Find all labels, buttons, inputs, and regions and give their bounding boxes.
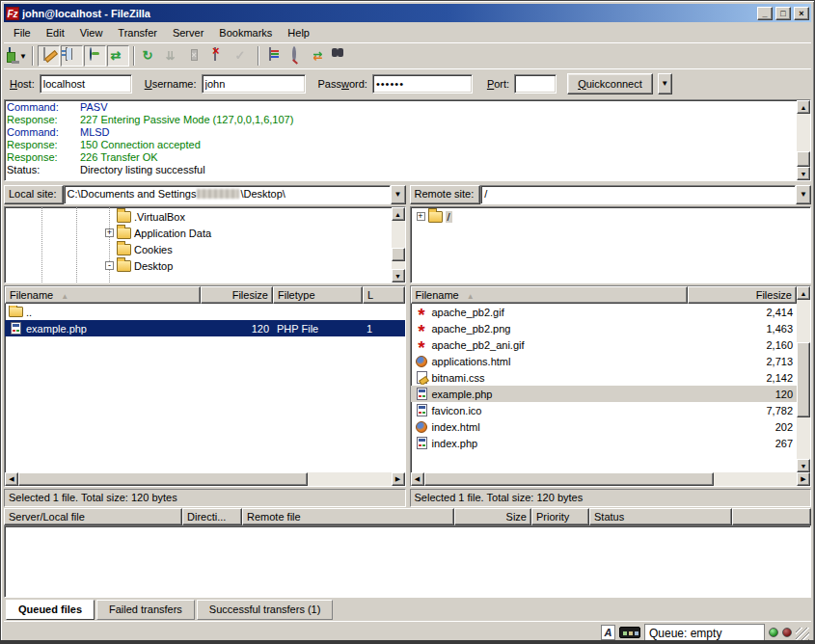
menu-item-view[interactable]: View [72, 25, 111, 40]
collapse-icon[interactable]: - [105, 261, 114, 270]
remote-site-dropdown[interactable]: ▼ [796, 185, 811, 204]
process-queue-button[interactable]: ⇊ [162, 45, 184, 67]
tree-item-virtualbox[interactable]: +.VirtualBox [5, 208, 392, 225]
disconnect-button[interactable] [208, 45, 231, 67]
column-header-filesize[interactable]: Filesize [201, 286, 273, 304]
scroll-right-button[interactable]: ▶ [392, 472, 405, 486]
remote-list-hscrollbar[interactable]: ◀ ▶ [411, 472, 811, 486]
menu-item-server[interactable]: Server [165, 25, 211, 40]
remote-list-scrollbar[interactable]: ▲ ▼ [797, 286, 810, 472]
close-button[interactable]: × [794, 7, 809, 20]
scrollbar-thumb[interactable] [18, 472, 308, 486]
list-item-apache-pb2-gif[interactable]: *apache_pb2.gif2,414 [411, 304, 798, 320]
menu-item-edit[interactable]: Edit [39, 25, 72, 40]
list-item-applications-html[interactable]: applications.html2,713 [411, 353, 798, 369]
column-header-remote-file[interactable]: Remote file [242, 508, 454, 525]
expand-icon[interactable]: + [105, 228, 114, 237]
column-header-last-modified[interactable]: L [363, 286, 405, 304]
column-header-direction[interactable]: Directi... [182, 508, 242, 525]
directory-filter-button[interactable] [263, 45, 285, 67]
refresh-button[interactable]: ↻ [139, 45, 161, 67]
toggle-remote-tree-button[interactable] [84, 45, 106, 67]
process-queue-icon: ⇊ [166, 48, 181, 64]
scroll-right-button[interactable]: ▶ [797, 472, 810, 486]
expand-icon[interactable]: + [417, 212, 425, 221]
tab-failed-transfers[interactable]: Failed transfers [96, 600, 195, 620]
list-item-example-php[interactable]: example.php 120 PHP File 1 [5, 320, 405, 336]
menu-item-file[interactable]: File [6, 25, 39, 40]
local-tree-scrollbar[interactable]: ▲ ▼ [392, 207, 405, 282]
menu-item-bookmarks[interactable]: Bookmarks [211, 25, 280, 40]
list-item-apache-pb2-ani-gif[interactable]: *apache_pb2_ani.gif2,160 [411, 336, 798, 353]
scroll-left-button[interactable]: ◀ [5, 472, 18, 486]
tree-item-cookies[interactable]: +Cookies [5, 241, 392, 257]
menu-item-help[interactable]: Help [280, 25, 317, 40]
window-bottom-edge [0, 640, 815, 644]
maximize-button[interactable]: □ [775, 7, 791, 20]
column-header-filetype[interactable]: Filetype [273, 286, 363, 304]
password-input[interactable] [372, 74, 473, 94]
column-header-filename[interactable]: Filename▲ [5, 286, 201, 304]
ascii-transfer-type-icon[interactable]: A [601, 625, 615, 640]
compare-directories-button[interactable]: ⇄ [310, 45, 332, 67]
toggle-message-log-button[interactable] [38, 45, 60, 67]
find-files-button[interactable] [333, 45, 355, 67]
scrollbar-thumb[interactable] [424, 472, 714, 486]
list-item-example-php[interactable]: example.php120 [411, 386, 798, 402]
scroll-left-button[interactable]: ◀ [411, 472, 424, 486]
quickconnect-button[interactable]: Quickconnect [567, 73, 653, 94]
toggle-transfer-queue-button[interactable]: ⇄ [107, 45, 129, 67]
scroll-down-button[interactable]: ▼ [392, 269, 405, 282]
file-search-button[interactable] [286, 45, 309, 67]
list-item-parent-dir[interactable]: .. [5, 304, 405, 320]
scrollbar-thumb[interactable] [392, 248, 405, 261]
local-site-combo[interactable]: C:\Documents and Settings\Desktop\ [64, 185, 391, 204]
list-item-favicon-ico[interactable]: favicon.ico7,782 [411, 402, 798, 418]
toggle-local-tree-button[interactable] [61, 45, 83, 67]
scrollbar-thumb[interactable] [797, 342, 810, 417]
column-header-filename[interactable]: Filename▲ [411, 286, 688, 304]
disconnect-icon [214, 47, 216, 61]
local-list-hscrollbar[interactable]: ◀ ▶ [5, 472, 405, 486]
list-item-bitnami-css[interactable]: bitnami.css2,142 [411, 369, 798, 386]
reconnect-button[interactable]: ✓ [231, 45, 254, 67]
column-header-size[interactable]: Size [454, 508, 531, 525]
minimize-button[interactable]: _ [757, 7, 773, 20]
username-input[interactable] [202, 74, 306, 94]
log-scrollbar[interactable]: ▲ ▼ [797, 100, 810, 180]
resize-grip[interactable] [796, 628, 809, 641]
scroll-down-button[interactable]: ▼ [797, 459, 810, 472]
message-log-icon [43, 47, 45, 61]
quickconnect-bar: Host: Username: Password: Port: Quickcon… [4, 68, 811, 97]
tab-successful-transfers[interactable]: Successful transfers (1) [197, 600, 334, 620]
column-header-server-local-file[interactable]: Server/Local file [4, 508, 182, 525]
column-header-priority[interactable]: Priority [531, 508, 589, 525]
scroll-up-button[interactable]: ▲ [797, 286, 810, 300]
quickconnect-dropdown[interactable]: ▼ [658, 73, 672, 94]
chevron-down-icon[interactable]: ▼ [19, 52, 27, 61]
refresh-icon: ↻ [143, 48, 158, 64]
scroll-down-button[interactable]: ▼ [797, 167, 810, 180]
html-file-icon [416, 421, 427, 433]
menu-item-transfer[interactable]: Transfer [110, 25, 165, 40]
site-manager-button[interactable]: ▼ [6, 45, 28, 67]
scroll-up-button[interactable]: ▲ [797, 100, 810, 114]
local-site-dropdown[interactable]: ▼ [391, 185, 406, 204]
folder-icon [117, 211, 131, 223]
list-item-apache-pb2-png[interactable]: *apache_pb2.png1,463 [411, 320, 798, 336]
speed-limits-icon[interactable] [619, 627, 640, 638]
list-item-index-html[interactable]: index.html202 [411, 418, 798, 435]
remote-site-combo[interactable]: / [480, 185, 796, 204]
list-item-index-php[interactable]: index.php267 [411, 435, 798, 451]
tree-item-root[interactable]: +/ [411, 208, 811, 225]
port-input[interactable] [514, 74, 557, 94]
column-header-filesize[interactable]: Filesize [688, 286, 798, 304]
tree-item-application-data[interactable]: +Application Data [5, 225, 392, 241]
scroll-up-button[interactable]: ▲ [392, 207, 405, 221]
tree-item-desktop[interactable]: -Desktop [5, 257, 392, 274]
tab-queued-files[interactable]: Queued files [6, 600, 95, 620]
cancel-operation-button[interactable]: × [185, 45, 207, 67]
column-header-status[interactable]: Status [589, 508, 732, 525]
host-input[interactable] [40, 74, 132, 94]
scrollbar-thumb[interactable] [797, 151, 810, 167]
